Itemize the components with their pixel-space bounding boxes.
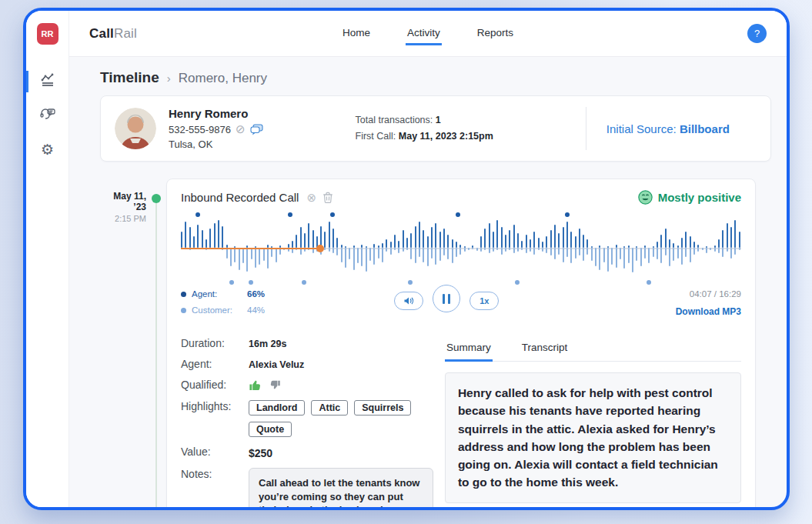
contact-totals: Total transactions: 1 First Call: May 11… [356,112,493,145]
sidebar-item-conversations[interactable] [26,98,69,132]
qualified-field: Qualified: [181,379,439,392]
initial-source-value: Billboard [680,122,730,135]
notes-input[interactable]: Call ahead to let the tenants know you’r… [249,468,433,510]
speed-button[interactable]: 1x [469,292,499,310]
customer-marker-dot[interactable] [229,280,234,285]
playback-controls: 1x [394,289,499,312]
pause-button[interactable] [433,285,460,312]
timeline-date: May 11, ’23 2:15 PM [105,179,146,510]
contact-card: Henry Romero 532-555-9876 ⊘ Tulsa, OK [100,95,771,162]
highlights-field: Highlights: LandlordAtticSquirrelsQuote [181,400,439,437]
initial-source-label: Initial Source: [606,122,677,135]
download-mp3-link[interactable]: Download MP3 [556,306,741,317]
sidebar-item-settings[interactable]: ⚙ [26,132,69,166]
call-title-icons: ⊗ [306,191,333,205]
call-card: Inbound Recorded Call ⊗ [166,179,756,510]
topbar: CallRail Home Activity Reports ? [69,11,787,57]
sentiment-label: Mostly positive [658,191,741,204]
main-area: CallRail Home Activity Reports ? Timelin… [69,11,787,507]
nav-home[interactable]: Home [341,22,372,45]
first-call-row: First Call: May 11, 2023 2:15pm [356,128,493,145]
customer-marker-dot[interactable] [408,280,413,285]
notes-label: Notes: [181,468,249,480]
call-details: Duration: 16m 29s Agent: Alexia Veluz Qu… [181,337,741,510]
audio-waveform[interactable] [181,209,741,286]
timeline-line [155,200,157,510]
summary-text: Henry called to ask for help with pest c… [445,372,741,503]
call-date: May 11, ’23 [105,191,146,212]
contact-name: Henry Romero [169,107,263,120]
call-header: Inbound Recorded Call ⊗ [181,190,741,205]
nav-reports[interactable]: Reports [476,22,515,45]
customer-marker-dot[interactable] [302,280,306,285]
edit-icon[interactable]: ⊘ [236,122,246,136]
fields-column: Duration: 16m 29s Agent: Alexia Veluz Qu… [181,337,439,510]
highlight-tag[interactable]: Quote [249,422,292,437]
headset-chat-icon [39,106,56,125]
player-right: 04:07 / 16:29 Download MP3 [556,289,741,317]
sentiment-badge: Mostly positive [638,190,741,205]
page-title[interactable]: Timeline [100,69,159,86]
summary-tabs: Summary Transcript [445,337,741,362]
trash-icon[interactable] [322,192,333,203]
volume-button[interactable] [394,292,423,310]
player-row: Agent: 66% Customer: 44% [181,289,741,322]
chat-icon[interactable] [250,124,263,135]
talk-time-legend: Agent: 66% Customer: 44% [181,289,366,322]
customer-marker-dot[interactable] [249,280,253,285]
highlights-label: Highlights: [181,400,249,412]
highlight-tags: LandlordAtticSquirrelsQuote [249,400,439,437]
total-transactions-label: Total transactions: [356,115,433,125]
sidebar: RR [26,11,69,507]
top-nav: Home Activity Reports [341,22,515,45]
customer-label: Customer: [192,305,247,315]
legend-customer: Customer: 44% [181,305,366,315]
timeline-connector [146,179,166,510]
duration-field: Duration: 16m 29s [181,337,439,349]
mute-tag-icon[interactable]: ⊗ [306,191,316,205]
nav-activity[interactable]: Activity [406,22,442,45]
playback-progress-bar [181,248,320,249]
notes-field: Notes: Call ahead to let the tenants kno… [181,468,439,510]
logo-light: Rail [114,26,137,41]
thumbs-down-icon[interactable] [269,379,281,391]
breadcrumb: Timeline › Romero, Henry [69,57,787,95]
app-window: RR [23,8,790,510]
agent-marker-dot[interactable] [195,212,200,217]
help-button[interactable]: ? [747,24,767,43]
qualified-label: Qualified: [181,379,249,391]
sidebar-item-activity[interactable] [26,65,69,98]
customer-dot [181,308,186,313]
agent-marker-dot[interactable] [330,212,335,217]
timeline-row: May 11, ’23 2:15 PM Inbound Recorded Cal… [100,179,771,510]
agent-marker-dot[interactable] [288,212,292,217]
value-field: Value: $250 [181,446,439,459]
call-time: 2:15 PM [105,214,146,223]
summary-column: Summary Transcript Henry called to ask f… [439,337,741,510]
thumbs-up-icon[interactable] [249,379,262,392]
callrail-logo: CallRail [89,26,137,42]
highlight-tag[interactable]: Squirrels [354,400,411,416]
customer-marker-dot[interactable] [515,280,520,285]
agent-dot [181,292,186,297]
duration-label: Duration: [181,337,249,349]
account-logo[interactable]: RR [37,23,58,45]
duration-value: 16m 29s [249,337,286,349]
value-label: Value: [181,446,249,458]
agent-percentage: 66% [247,289,265,299]
breadcrumb-separator: › [167,72,171,85]
customer-marker-dot[interactable] [647,280,651,285]
playback-progress-handle[interactable] [316,245,324,252]
agent-field: Agent: Alexia Veluz [181,358,439,370]
agent-label: Agent: [192,289,247,299]
contact-phone-number: 532-555-9876 [169,124,231,135]
first-call-label: First Call: [356,131,396,142]
tab-transcript[interactable]: Transcript [520,337,570,362]
timeline-dot [152,194,161,203]
highlight-tag[interactable]: Landlord [249,400,305,416]
contact-phone-row: 532-555-9876 ⊘ [169,122,263,136]
agent-field-label: Agent: [181,358,249,370]
tab-summary[interactable]: Summary [445,337,493,362]
total-transactions-row: Total transactions: 1 [356,112,493,128]
highlight-tag[interactable]: Attic [311,400,348,416]
